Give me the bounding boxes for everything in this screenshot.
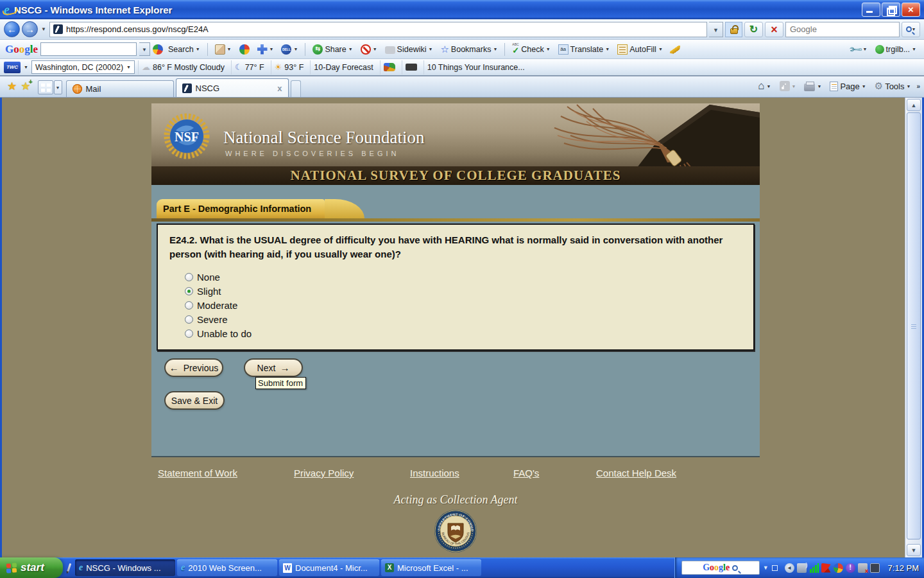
quick-search-input[interactable]	[790, 24, 895, 34]
current-conditions[interactable]: ☁86° F Mostly Cloudy	[138, 60, 228, 74]
weather-location-select[interactable]: Washington, DC (20002)▼	[31, 60, 135, 74]
site-favicon	[53, 24, 63, 34]
bookmarks-button[interactable]: ☆Bookmarks▼	[438, 42, 500, 57]
autofill-button[interactable]: AutoFill▼	[615, 42, 665, 57]
tools-menu-button[interactable]: ⚙Tools▼	[872, 78, 914, 94]
radio-none[interactable]	[185, 273, 193, 281]
signal-strength-icon[interactable]	[809, 563, 819, 573]
tab-mail[interactable]: Mail	[66, 80, 174, 97]
page-menu-button[interactable]: Page▼	[827, 78, 868, 94]
feeds-button[interactable]: ▼	[777, 78, 799, 94]
browser-tray-icon[interactable]	[834, 563, 843, 573]
add-gadget-button[interactable]: ▼	[255, 42, 277, 57]
popup-blocker-button[interactable]: ▼	[358, 42, 380, 57]
printer-error-icon[interactable]	[858, 563, 868, 573]
statement-of-work-link[interactable]: Statement of Work	[158, 468, 237, 478]
toolbar-overflow-chevron[interactable]: »	[916, 83, 919, 90]
tray-search-dropdown[interactable]: ▼	[763, 565, 769, 571]
vertical-scrollbar[interactable]: ▲ ▼	[905, 98, 922, 557]
history-tray-icon[interactable]: ◂	[785, 563, 794, 573]
minimize-button[interactable]	[862, 3, 880, 17]
twc-logo[interactable]: TWC	[4, 62, 21, 73]
tab-close-icon[interactable]: x	[277, 83, 282, 93]
highlighter-button[interactable]	[668, 42, 682, 57]
favorites-center-button[interactable]: ★	[7, 80, 17, 93]
faqs-link[interactable]: FAQ's	[513, 468, 539, 478]
next-button[interactable]: Next→	[244, 358, 303, 377]
display-tray-icon[interactable]	[870, 563, 880, 573]
section-tab: Part E - Demographic Information	[157, 199, 325, 218]
radio-unable[interactable]	[185, 329, 193, 338]
radio-severe[interactable]	[185, 315, 193, 324]
option-unable[interactable]: Unable to do	[185, 326, 737, 340]
orbit-button[interactable]	[237, 42, 252, 57]
weather-video-button[interactable]	[402, 60, 420, 74]
tab-nscg[interactable]: NSCG x	[176, 78, 289, 97]
start-button[interactable]: start	[0, 557, 63, 578]
refresh-button[interactable]: ↻	[744, 22, 763, 37]
task-nscg[interactable]: eNSCG - Windows ...	[75, 559, 175, 576]
account-button[interactable]: trgilb...▼	[873, 42, 919, 57]
privacy-policy-link[interactable]: Privacy Policy	[294, 468, 354, 478]
tab-list-dropdown[interactable]: ▼	[54, 80, 62, 94]
news-headline-link[interactable]: 10 Things Your Insurance...	[424, 60, 528, 74]
contact-help-desk-link[interactable]: Contact Help Desk	[596, 468, 676, 478]
security-flag-icon[interactable]	[821, 563, 831, 573]
home-button[interactable]: ⌂▼	[755, 78, 773, 94]
option-severe[interactable]: Severe	[185, 312, 737, 326]
url-input[interactable]	[66, 24, 703, 34]
ten-day-forecast-button[interactable]: 10-Day Forecast	[310, 60, 376, 74]
daytime-high[interactable]: ☀93° F	[271, 60, 307, 74]
print-button[interactable]: ▼	[801, 78, 824, 94]
refresh-icon: ↻	[749, 23, 758, 35]
back-button[interactable]: ←	[4, 21, 20, 37]
twc-dropdown[interactable]: ▼	[24, 65, 28, 69]
quick-tabs-button[interactable]	[38, 80, 53, 94]
pen-shortcut-icon[interactable]	[67, 563, 71, 572]
option-slight[interactable]: Slight	[185, 284, 737, 298]
scroll-down-button[interactable]: ▼	[907, 544, 921, 556]
survey-page: NSF National Science Foundation WHERE DI…	[151, 103, 760, 557]
radio-moderate[interactable]	[185, 301, 193, 310]
option-none[interactable]: None	[185, 270, 737, 284]
forward-button[interactable]: →	[22, 21, 38, 37]
add-favorite-button[interactable]: ★	[21, 80, 30, 93]
tray-search-collapse[interactable]	[772, 565, 778, 571]
network-tray-icon[interactable]	[797, 563, 807, 573]
radio-slight[interactable]	[185, 287, 193, 295]
news-button[interactable]: ▼	[212, 42, 234, 57]
search-go-button[interactable]: ▼	[902, 22, 920, 37]
alert-tray-icon[interactable]: !	[846, 563, 855, 573]
weather-map-button[interactable]	[380, 60, 398, 74]
sidewiki-button[interactable]: Sidewiki▼	[382, 42, 436, 57]
url-history-dropdown[interactable]: ▼	[709, 22, 723, 37]
option-moderate[interactable]: Moderate	[185, 298, 737, 312]
survey-panel: Part E - Demographic Information E24.2. …	[151, 185, 760, 457]
scroll-up-button[interactable]: ▲	[907, 99, 921, 111]
new-tab-stub[interactable]	[291, 80, 301, 97]
toolbar-settings-button[interactable]: 🔧▼	[847, 42, 869, 57]
instructions-link[interactable]: Instructions	[410, 468, 459, 478]
scrollbar-thumb[interactable]	[907, 112, 921, 539]
right-arrow-icon: →	[280, 362, 289, 373]
stop-button[interactable]: ×	[765, 22, 783, 37]
task-web-screen[interactable]: e2010 Web Screen...	[177, 559, 277, 576]
task-excel[interactable]: XMicrosoft Excel - ...	[381, 559, 481, 576]
dell-button[interactable]: DELL▼	[278, 42, 300, 57]
spellcheck-button[interactable]: ✓Check▼	[509, 42, 552, 57]
task-word-document[interactable]: WDocument4 - Micr...	[279, 559, 379, 576]
recent-pages-dropdown[interactable]: ▼	[41, 26, 46, 32]
google-search-button[interactable]: Search▼	[166, 42, 203, 57]
close-button[interactable]: ×	[902, 3, 920, 17]
share-button[interactable]: ⇆Share▼	[310, 42, 355, 57]
desktop-search-box[interactable]: Google	[681, 561, 760, 575]
overnight-low[interactable]: ☾77° F	[231, 60, 268, 74]
question-text: E24.2. What is the USUAL degree of diffi…	[169, 233, 737, 261]
translate-button[interactable]: āaTranslate▼	[556, 42, 613, 57]
restore-button[interactable]	[882, 3, 900, 17]
google-search-dropdown[interactable]: ▼	[139, 42, 150, 56]
previous-button[interactable]: ←Previous	[164, 358, 223, 377]
ssl-lock-indicator[interactable]	[725, 22, 742, 37]
save-exit-button[interactable]: Save & Exit	[164, 391, 225, 410]
google-toolbar-search-input[interactable]	[40, 42, 137, 56]
